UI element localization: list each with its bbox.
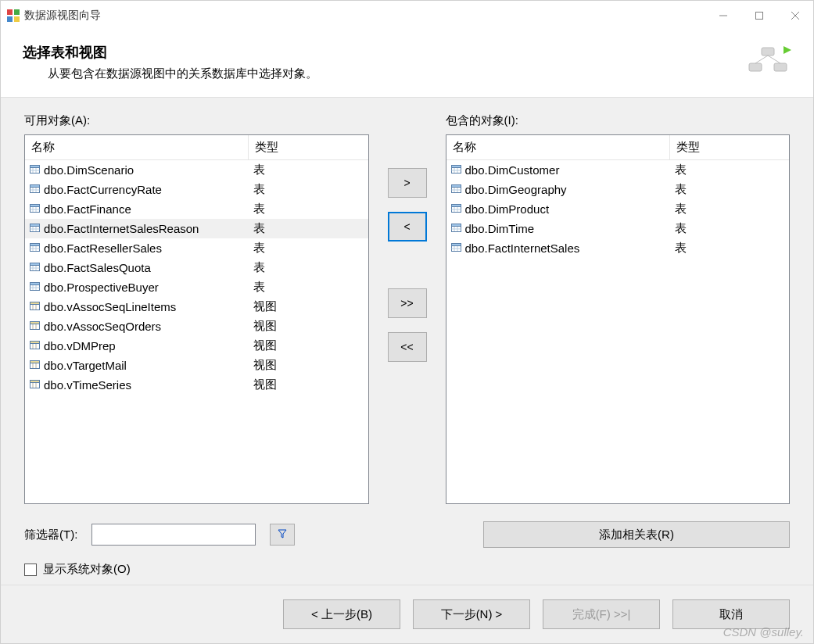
- cancel-button[interactable]: 取消: [672, 599, 790, 629]
- included-label: 包含的对象(I):: [446, 113, 791, 128]
- list-item[interactable]: dbo.vTimeSeries视图: [25, 375, 368, 395]
- svg-rect-8: [749, 63, 762, 71]
- view-icon: [30, 300, 40, 313]
- item-type: 表: [249, 277, 368, 297]
- svg-rect-1: [14, 9, 20, 15]
- remove-button[interactable]: <: [388, 212, 427, 242]
- list-item[interactable]: dbo.FactInternetSales表: [446, 238, 790, 258]
- list-item[interactable]: dbo.ProspectiveBuyer表: [25, 277, 368, 297]
- show-system-checkbox[interactable]: [24, 564, 37, 576]
- table-icon: [30, 242, 40, 255]
- remove-all-button[interactable]: <<: [388, 332, 427, 362]
- item-name: dbo.FactSalesQuota: [44, 261, 151, 274]
- list-item[interactable]: dbo.FactInternetSalesReason表: [25, 219, 368, 238]
- table-icon: [451, 163, 461, 177]
- maximize-button[interactable]: [741, 1, 777, 30]
- next-button[interactable]: 下一步(N) >: [413, 599, 530, 629]
- svg-rect-25: [30, 205, 40, 207]
- svg-rect-70: [451, 166, 461, 168]
- back-button[interactable]: < 上一步(B): [283, 599, 400, 629]
- item-type: 表: [670, 160, 790, 180]
- included-header: 名称 类型: [446, 135, 790, 160]
- data-source-icon: [744, 43, 791, 78]
- list-item[interactable]: dbo.DimTime表: [446, 219, 790, 238]
- svg-rect-2: [7, 16, 13, 22]
- page-subtitle: 从要包含在数据源视图中的关系数据库中选择对象。: [48, 66, 317, 81]
- table-icon: [451, 202, 461, 216]
- filter-input[interactable]: [91, 524, 256, 546]
- item-name: dbo.vTargetMail: [44, 359, 127, 372]
- list-item[interactable]: dbo.DimGeography表: [446, 180, 790, 199]
- list-item[interactable]: dbo.FactCurrencyRate表: [25, 180, 368, 199]
- view-icon: [30, 359, 40, 372]
- list-item[interactable]: dbo.vDMPrep视图: [25, 336, 368, 356]
- svg-rect-80: [451, 205, 461, 207]
- svg-rect-20: [30, 185, 40, 188]
- list-item[interactable]: dbo.FactResellerSales表: [25, 238, 368, 258]
- svg-rect-75: [451, 185, 461, 188]
- table-icon: [451, 222, 461, 235]
- item-type: 表: [249, 180, 368, 199]
- item-name: dbo.ProspectiveBuyer: [44, 281, 159, 294]
- available-label: 可用对象(A):: [24, 113, 369, 128]
- svg-rect-50: [30, 302, 40, 305]
- available-col-type[interactable]: 类型: [249, 135, 368, 159]
- add-all-button[interactable]: >>: [388, 288, 427, 318]
- svg-rect-9: [774, 63, 787, 71]
- item-name: dbo.FactCurrencyRate: [44, 183, 162, 196]
- svg-line-12: [768, 55, 780, 63]
- item-name: dbo.FactInternetSales: [465, 242, 580, 255]
- svg-rect-30: [30, 224, 40, 227]
- svg-marker-13: [784, 46, 791, 54]
- item-name: dbo.vAssocSeqOrders: [44, 320, 161, 333]
- funnel-icon: [278, 528, 287, 542]
- svg-rect-35: [30, 244, 40, 246]
- item-type: 表: [249, 160, 368, 180]
- finish-button[interactable]: 完成(F) >>|: [543, 599, 660, 629]
- item-name: dbo.DimCustomer: [465, 163, 560, 177]
- svg-rect-54: [30, 322, 40, 324]
- wizard-window: 数据源视图向导 选择表和视图 从要包含在数据源视图中的关系数据库中选择对象。 可…: [0, 0, 814, 644]
- item-name: dbo.vDMPrep: [44, 339, 116, 352]
- list-item[interactable]: dbo.FactSalesQuota表: [25, 258, 368, 277]
- svg-rect-58: [30, 342, 40, 344]
- list-item[interactable]: dbo.vAssocSeqOrders视图: [25, 317, 368, 336]
- list-item[interactable]: dbo.DimCustomer表: [446, 160, 790, 180]
- item-name: dbo.DimTime: [465, 222, 535, 235]
- svg-rect-90: [451, 244, 461, 246]
- included-col-type[interactable]: 类型: [670, 135, 790, 159]
- table-icon: [30, 281, 40, 294]
- list-item[interactable]: dbo.vTargetMail视图: [25, 356, 368, 375]
- item-name: dbo.vAssocSeqLineItems: [44, 300, 176, 313]
- list-item[interactable]: dbo.DimScenario表: [25, 160, 368, 180]
- add-button[interactable]: >: [388, 168, 427, 198]
- included-col-name[interactable]: 名称: [446, 135, 670, 159]
- svg-rect-0: [7, 9, 13, 15]
- table-icon: [30, 261, 40, 274]
- view-icon: [30, 339, 40, 352]
- table-icon: [30, 183, 40, 196]
- svg-rect-10: [762, 48, 774, 55]
- item-name: dbo.FactFinance: [44, 202, 131, 216]
- filter-label: 筛选器(T):: [24, 528, 77, 542]
- item-type: 视图: [249, 356, 368, 375]
- filter-button[interactable]: [270, 524, 295, 546]
- table-icon: [30, 202, 40, 216]
- list-item[interactable]: dbo.FactFinance表: [25, 199, 368, 219]
- available-listbox[interactable]: 名称 类型 dbo.DimScenario表dbo.FactCurrencyRa…: [24, 134, 369, 504]
- list-item[interactable]: dbo.vAssocSeqLineItems视图: [25, 297, 368, 317]
- window-title: 数据源视图向导: [24, 9, 101, 23]
- view-icon: [30, 378, 40, 392]
- item-type: 表: [249, 238, 368, 258]
- app-icon: [7, 9, 20, 22]
- included-listbox[interactable]: 名称 类型 dbo.DimCustomer表dbo.DimGeography表d…: [446, 134, 791, 504]
- close-button[interactable]: [777, 1, 813, 30]
- svg-rect-15: [30, 166, 40, 168]
- page-title: 选择表和视图: [23, 43, 317, 62]
- add-related-button[interactable]: 添加相关表(R): [483, 521, 790, 548]
- list-item[interactable]: dbo.DimProduct表: [446, 199, 790, 219]
- available-col-name[interactable]: 名称: [25, 135, 249, 159]
- item-name: dbo.DimScenario: [44, 163, 134, 177]
- item-name: dbo.FactResellerSales: [44, 242, 162, 255]
- minimize-button[interactable]: [705, 1, 741, 30]
